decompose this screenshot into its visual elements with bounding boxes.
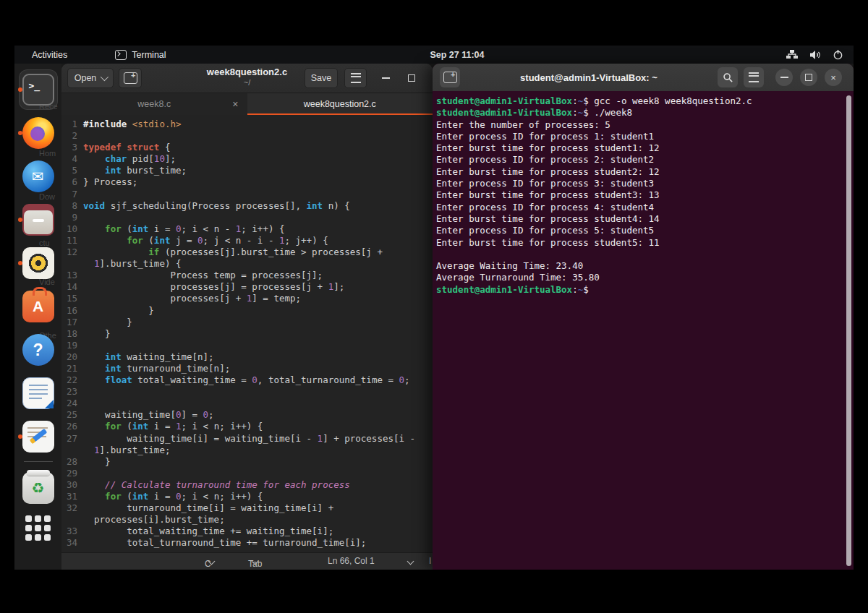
desktop-screen: Activities Terminal Sep 27 11:04 Re bbox=[14, 46, 854, 570]
maximize-icon bbox=[805, 74, 812, 81]
system-status-area[interactable] bbox=[786, 49, 843, 60]
terminal-line: Average Turnaround Time: 35.80 bbox=[436, 272, 843, 283]
hamburger-icon bbox=[351, 73, 361, 83]
dock-item-thunderbird[interactable]: ✉ bbox=[17, 155, 59, 198]
code-line: 20 int waiting_time[n]; bbox=[61, 351, 433, 363]
code-line: processes[i].burst_time; bbox=[61, 514, 433, 526]
dock-item-libreoffice-writer[interactable] bbox=[17, 372, 59, 415]
thunderbird-icon: ✉ bbox=[22, 160, 54, 192]
save-button[interactable]: Save bbox=[305, 68, 338, 88]
code-line: 28 } bbox=[61, 456, 433, 468]
code-line: 19 bbox=[61, 340, 433, 351]
code-line: 1#include <stdio.h> bbox=[61, 119, 433, 130]
code-line: 30 // Calculate turnaround time for each… bbox=[61, 479, 433, 491]
code-line: 31 for (int i = 0; i < n; i++) { bbox=[61, 491, 433, 502]
code-line: 26 for (int i = 1; i < n; i++) { bbox=[61, 421, 433, 432]
code-line: 24 bbox=[61, 398, 433, 409]
running-indicator bbox=[18, 434, 22, 439]
tab-week8-c[interactable]: week8.c × bbox=[61, 93, 247, 115]
clock[interactable]: Sep 27 11:04 bbox=[430, 50, 484, 60]
code-line: 5 int burst_time; bbox=[61, 165, 433, 176]
minimize-icon bbox=[780, 77, 788, 78]
code-line: 6} Process; bbox=[61, 176, 433, 188]
focused-app-indicator[interactable]: Terminal bbox=[115, 50, 166, 60]
dock-item-rhythmbox[interactable] bbox=[17, 241, 59, 285]
new-document-button[interactable] bbox=[119, 68, 142, 88]
code-line: 2 bbox=[61, 130, 433, 142]
help-icon: ? bbox=[22, 334, 54, 366]
editor-header-bar: Open week8question2.c ~/ Save bbox=[61, 64, 433, 93]
code-line: 29 bbox=[61, 468, 433, 479]
code-line: 18 } bbox=[61, 328, 433, 340]
dock-item-text-editor[interactable] bbox=[17, 415, 59, 458]
gnome-top-bar: Activities Terminal Sep 27 11:04 bbox=[14, 46, 854, 64]
minimize-button[interactable] bbox=[775, 69, 793, 86]
insert-mode-indicator: I bbox=[429, 556, 431, 566]
terminal-line: Enter burst time for process student5: 1… bbox=[436, 237, 843, 249]
code-line: 22 float total_waiting_time = 0, total_t… bbox=[61, 374, 433, 386]
code-line: 1].burst_time) { bbox=[61, 258, 433, 270]
new-tab-button[interactable] bbox=[440, 67, 460, 87]
code-line: 27 waiting_time[i] = waiting_time[i - 1]… bbox=[61, 433, 433, 445]
files-icon bbox=[22, 204, 54, 236]
maximize-button[interactable] bbox=[401, 68, 422, 88]
terminal-header-bar: student@admin1-VirtualBox: ~ × bbox=[433, 64, 854, 92]
network-icon bbox=[786, 50, 798, 59]
terminal-menu-button[interactable] bbox=[744, 67, 764, 87]
running-indicator bbox=[18, 131, 22, 135]
running-indicator bbox=[18, 261, 22, 265]
menu-button[interactable] bbox=[344, 68, 367, 88]
code-line: 1].burst_time; bbox=[61, 445, 433, 456]
terminal-icon: >_ bbox=[22, 74, 54, 106]
dock-item-help[interactable]: ? bbox=[17, 328, 59, 372]
minimize-button[interactable] bbox=[375, 68, 396, 88]
code-line: 25 waiting_time[0] = 0; bbox=[61, 409, 433, 421]
dock-item-ubuntu-software[interactable]: A bbox=[17, 285, 59, 328]
minimize-icon bbox=[382, 77, 390, 79]
terminal-line: Enter burst time for process student2: 1… bbox=[436, 166, 843, 178]
dock-item-firefox[interactable] bbox=[17, 111, 59, 155]
terminal-line: student@admin1-VirtualBox:~$ bbox=[436, 284, 843, 296]
open-button[interactable]: Open bbox=[67, 68, 114, 88]
terminal-line: Enter process ID for process 1: student1 bbox=[436, 131, 843, 142]
dock: ReceHomDowctuVideOthe >_ ✉ A ? bbox=[14, 64, 61, 570]
dock-item-show-applications[interactable] bbox=[17, 510, 59, 553]
terminal-output[interactable]: student@admin1-VirtualBox:~$ gcc -o week… bbox=[433, 91, 854, 570]
code-line: 33 total_waiting_time += waiting_time[i]… bbox=[61, 526, 433, 537]
terminal-line: student@admin1-VirtualBox:~$ ./week8 bbox=[436, 107, 843, 119]
text-editor-icon bbox=[22, 421, 54, 453]
terminal-scrollbar[interactable] bbox=[846, 95, 851, 566]
editor-tab-bar: week8.c × week8question2.c bbox=[61, 93, 433, 116]
code-line: 15 processes[j + 1] = temp; bbox=[61, 293, 433, 304]
close-button[interactable]: × bbox=[825, 69, 842, 86]
dock-item-files[interactable] bbox=[17, 198, 59, 241]
ubuntu-software-icon: A bbox=[22, 291, 54, 322]
activities-button[interactable]: Activities bbox=[32, 50, 67, 60]
search-button[interactable] bbox=[718, 67, 738, 87]
code-line: 32 turnaround_time[i] = waiting_time[i] … bbox=[61, 502, 433, 514]
text-editor-window: Open week8question2.c ~/ Save week8.c bbox=[61, 64, 433, 570]
terminal-line: Enter the number of processes: 5 bbox=[436, 119, 843, 131]
code-area[interactable]: 1#include <stdio.h>2 3typedef struct {4 … bbox=[61, 115, 433, 553]
chevron-down-icon bbox=[407, 558, 414, 565]
cursor-position[interactable]: Ln 66, Col 1 bbox=[328, 556, 375, 566]
dock-item-trash[interactable]: ♻ bbox=[17, 466, 59, 510]
firefox-icon bbox=[22, 117, 54, 149]
tab-week8question2-c[interactable]: week8question2.c bbox=[247, 93, 433, 115]
show-applications-icon bbox=[22, 515, 54, 547]
code-line: 21 int turnaround_time[n]; bbox=[61, 363, 433, 374]
running-indicator bbox=[18, 87, 22, 92]
dock-item-terminal[interactable]: >_ bbox=[17, 68, 59, 111]
dock-separator bbox=[24, 461, 53, 462]
close-tab-icon[interactable]: × bbox=[232, 98, 238, 110]
code-line: 16 } bbox=[61, 305, 433, 317]
code-line: 13 Process temp = processes[j]; bbox=[61, 270, 433, 281]
code-line: 7 bbox=[61, 189, 433, 200]
maximize-button[interactable] bbox=[800, 69, 817, 86]
libreoffice-writer-icon bbox=[22, 377, 54, 409]
code-line: 14 processes[j] = processes[j + 1]; bbox=[61, 281, 433, 293]
code-line: 8void sjf_scheduling(Process processes[]… bbox=[61, 200, 433, 212]
code-line: 10 for (int i = 0; i < n - 1; i++) { bbox=[61, 223, 433, 235]
terminal-line: Enter burst time for process student4: 1… bbox=[436, 213, 843, 225]
terminal-line: Enter burst time for process student3: 1… bbox=[436, 189, 843, 201]
